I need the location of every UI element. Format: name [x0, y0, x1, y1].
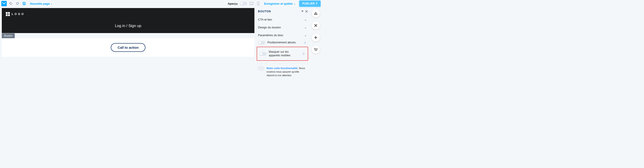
panel-header: BOUTON — [257, 8, 308, 16]
feedback-text: Noter cette fonctionnalité. Nous voulons… — [266, 66, 307, 77]
preview-label: Aperçu — [228, 2, 238, 5]
block-tag[interactable]: Bouton — [2, 33, 15, 38]
svg-rect-3 — [250, 2, 253, 4]
svg-point-6 — [258, 4, 258, 5]
cta-button[interactable]: Call to action — [111, 43, 145, 52]
pin-icon[interactable] — [301, 9, 304, 13]
hide-mobile-label: Masquer sur les appareils mobiles — [269, 50, 300, 57]
redo-button[interactable] — [15, 1, 20, 6]
absolute-position-row: Positionnement absolu i — [257, 39, 308, 46]
undo-button[interactable] — [8, 1, 14, 6]
svg-point-12 — [262, 68, 263, 69]
hide-mobile-row: Masquer sur les appareils mobiles i — [258, 48, 307, 59]
close-fab[interactable] — [312, 21, 320, 29]
feedback-link[interactable]: Noter cette fonctionnalité — [266, 67, 298, 69]
svg-point-13 — [315, 12, 316, 13]
svg-point-18 — [316, 50, 317, 51]
svg-rect-10 — [8, 14, 10, 16]
save-exit-dropdown[interactable]: Enregistrer et quitter ⌄ — [263, 2, 297, 5]
svg-rect-2 — [24, 4, 25, 4]
svg-rect-1 — [24, 2, 25, 3]
cart-fab[interactable] — [312, 46, 320, 54]
feedback-faces-icon[interactable] — [258, 67, 264, 70]
highlight-box: Masquer sur les appareils mobiles i — [257, 47, 308, 61]
chevron-right-icon — [316, 2, 318, 5]
hero-login-text[interactable]: Log in / Sign up — [2, 24, 254, 28]
logo-glyph-icon — [6, 12, 10, 16]
chevron-down-icon: ⌄ — [50, 2, 52, 5]
close-icon[interactable] — [306, 9, 308, 13]
hide-mobile-toggle[interactable] — [259, 52, 266, 56]
feedback-row: Noter cette fonctionnalité. Nous voulons… — [257, 66, 308, 77]
info-icon[interactable]: i — [302, 52, 306, 56]
hero-logo[interactable]: LOGO — [6, 12, 25, 16]
chevron-down-icon: ⌄ — [294, 2, 296, 5]
new-page-dropdown[interactable]: Nouvelle page ⌄ — [30, 2, 52, 5]
svg-point-11 — [259, 68, 261, 69]
chevron-down-icon: ⌄ — [304, 26, 307, 29]
topbar-right: Aperçu Enregistrer et quitter ⌄ PUBLIER — [228, 0, 321, 7]
svg-rect-7 — [6, 12, 8, 14]
absolute-position-label: Positionnement absolu — [268, 41, 301, 44]
structure-fab[interactable] — [312, 9, 320, 17]
chevron-down-icon: ⌄ — [304, 18, 307, 21]
save-exit-label: Enregistrer et quitter — [264, 2, 293, 5]
hero-section[interactable]: LOGO Log in / Sign up — [2, 8, 254, 33]
publish-button[interactable]: PUBLIER — [299, 0, 321, 7]
properties-panel: BOUTON CTA et lien ⌄ Design du bouton ⌄ … — [257, 8, 308, 77]
svg-rect-9 — [6, 14, 8, 16]
section-cta-link-label: CTA et lien — [258, 18, 272, 21]
section-design-label: Design du bouton — [258, 26, 281, 29]
canvas[interactable]: LOGO Log in / Sign up Bouton Call to act… — [2, 8, 254, 57]
save-button[interactable] — [22, 1, 27, 6]
add-fab[interactable] — [312, 33, 320, 41]
absolute-position-toggle[interactable] — [258, 41, 265, 44]
section-block[interactable]: Paramètres du bloc ⌄ — [257, 31, 308, 39]
svg-point-17 — [315, 50, 316, 51]
section-block-label: Paramètres du bloc — [258, 33, 283, 37]
panel-title: BOUTON — [258, 10, 271, 13]
section-cta-link[interactable]: CTA et lien ⌄ — [257, 16, 308, 23]
mobile-view-button[interactable] — [256, 1, 260, 6]
fab-stack — [312, 9, 320, 54]
info-icon[interactable]: i — [303, 41, 307, 44]
cta-section[interactable]: Call to action — [2, 38, 254, 57]
hero-logo-text: LOGO — [12, 12, 25, 16]
preview-toggle[interactable] — [240, 2, 247, 5]
svg-rect-8 — [8, 12, 10, 14]
svg-point-14 — [314, 14, 315, 15]
chevron-down-icon: ⌄ — [304, 33, 307, 37]
divider — [257, 63, 308, 64]
topbar-left: Nouvelle page ⌄ — [1, 1, 52, 6]
desktop-view-button[interactable] — [249, 1, 254, 6]
app-logo[interactable] — [1, 1, 7, 6]
publish-label: PUBLIER — [302, 2, 315, 5]
section-design[interactable]: Design du bouton ⌄ — [257, 23, 308, 31]
svg-point-15 — [315, 14, 316, 15]
svg-point-16 — [316, 14, 317, 15]
new-page-label: Nouvelle page — [30, 2, 50, 5]
topbar: Nouvelle page ⌄ Aperçu Enregistrer et qu… — [0, 0, 322, 7]
